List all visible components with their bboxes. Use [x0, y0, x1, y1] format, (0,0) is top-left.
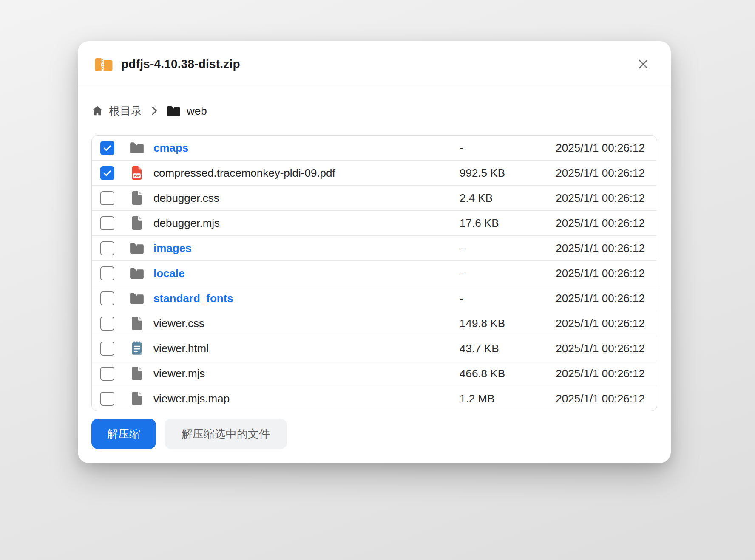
breadcrumb-current-label: web: [187, 105, 207, 118]
file-name: compressed.tracemonkey-pldi-09.pdf: [153, 167, 335, 180]
close-icon[interactable]: [634, 55, 652, 73]
folder-name-link[interactable]: standard_fonts: [153, 292, 233, 305]
file-icon: [129, 391, 145, 406]
table-row: viewer.mjs.map 1.2 MB 2025/1/1 00:26:12: [92, 386, 657, 411]
file-size: 43.7 KB: [460, 342, 499, 355]
table-row: viewer.mjs 466.8 KB 2025/1/1 00:26:12: [92, 361, 657, 386]
extract-selected-button[interactable]: 解压缩选中的文件: [165, 419, 287, 449]
file-modified: 2025/1/1 00:26:12: [556, 242, 645, 255]
table-row: cmaps - 2025/1/1 00:26:12: [92, 136, 657, 160]
file-name: viewer.mjs.map: [153, 392, 230, 405]
row-checkbox[interactable]: [100, 317, 114, 331]
file-modified: 2025/1/1 00:26:12: [556, 192, 645, 205]
file-modified: 2025/1/1 00:26:12: [556, 167, 645, 180]
file-name: viewer.css: [153, 317, 204, 330]
file-modified: 2025/1/1 00:26:12: [556, 367, 645, 380]
row-checkbox[interactable]: [100, 241, 114, 255]
file-icon: [129, 190, 145, 206]
file-size: 466.8 KB: [460, 367, 505, 380]
file-modified: 2025/1/1 00:26:12: [556, 342, 645, 355]
breadcrumb-root[interactable]: 根目录: [91, 104, 142, 119]
folder-name-link[interactable]: locale: [153, 267, 185, 280]
pdf-badge-label: PDF: [134, 174, 140, 177]
extract-all-button[interactable]: 解压缩: [91, 419, 156, 449]
file-modified: 2025/1/1 00:26:12: [556, 217, 645, 230]
row-checkbox[interactable]: [100, 166, 114, 180]
row-checkbox[interactable]: [100, 291, 114, 305]
file-size: -: [460, 267, 463, 280]
folder-name-link[interactable]: images: [153, 242, 192, 255]
folder-icon: [129, 240, 145, 256]
file-icon: [129, 316, 145, 331]
zip-archive-icon: [94, 56, 113, 72]
row-checkbox[interactable]: [100, 216, 114, 230]
home-icon: [91, 105, 103, 117]
table-row: PDF compressed.tracemonkey-pldi-09.pdf 9…: [92, 160, 657, 185]
file-modified: 2025/1/1 00:26:12: [556, 141, 645, 155]
folder-icon: [129, 291, 145, 306]
file-size: -: [460, 292, 463, 305]
breadcrumb-root-label: 根目录: [109, 104, 142, 119]
row-checkbox[interactable]: [100, 266, 114, 280]
file-size: 992.5 KB: [460, 167, 505, 180]
file-size: -: [460, 141, 463, 155]
pdf-file-icon: PDF: [129, 165, 145, 181]
row-checkbox[interactable]: [100, 342, 114, 356]
folder-icon: [167, 105, 181, 117]
file-modified: 2025/1/1 00:26:12: [556, 392, 645, 405]
row-checkbox[interactable]: [100, 141, 114, 155]
html-file-icon: [129, 341, 145, 356]
row-checkbox[interactable]: [100, 191, 114, 205]
file-modified: 2025/1/1 00:26:12: [556, 317, 645, 330]
table-row: standard_fonts - 2025/1/1 00:26:12: [92, 286, 657, 311]
dialog-header: pdfjs-4.10.38-dist.zip: [78, 41, 671, 87]
table-row: locale - 2025/1/1 00:26:12: [92, 260, 657, 286]
row-checkbox[interactable]: [100, 392, 114, 406]
zip-viewer-dialog: pdfjs-4.10.38-dist.zip 根目录 web: [78, 41, 671, 463]
file-size: 149.8 KB: [460, 317, 505, 330]
file-size: 1.2 MB: [460, 392, 494, 405]
file-icon: [129, 215, 145, 231]
file-table: cmaps - 2025/1/1 00:26:12 PDF compressed…: [91, 135, 657, 411]
folder-name-link[interactable]: cmaps: [153, 141, 188, 155]
file-size: -: [460, 242, 463, 255]
table-row: debugger.mjs 17.6 KB 2025/1/1 00:26:12: [92, 210, 657, 235]
breadcrumb-current[interactable]: web: [167, 105, 207, 118]
file-name: debugger.mjs: [153, 217, 220, 230]
table-row: debugger.css 2.4 KB 2025/1/1 00:26:12: [92, 185, 657, 210]
folder-icon: [129, 140, 145, 156]
file-name: debugger.css: [153, 192, 219, 205]
dialog-footer: 解压缩 解压缩选中的文件: [78, 419, 671, 449]
table-row: images - 2025/1/1 00:26:12: [92, 235, 657, 260]
chevron-right-icon: [149, 105, 160, 116]
folder-icon: [129, 266, 145, 281]
file-name: viewer.html: [153, 342, 209, 355]
row-checkbox[interactable]: [100, 367, 114, 381]
table-row: viewer.html 43.7 KB 2025/1/1 00:26:12: [92, 336, 657, 361]
dialog-title: pdfjs-4.10.38-dist.zip: [121, 57, 240, 71]
file-modified: 2025/1/1 00:26:12: [556, 267, 645, 280]
file-icon: [129, 366, 145, 381]
file-size: 2.4 KB: [460, 192, 493, 205]
breadcrumb: 根目录 web: [91, 102, 657, 120]
file-name: viewer.mjs: [153, 367, 205, 380]
file-size: 17.6 KB: [460, 217, 499, 230]
table-row: viewer.css 149.8 KB 2025/1/1 00:26:12: [92, 311, 657, 336]
file-modified: 2025/1/1 00:26:12: [556, 292, 645, 305]
